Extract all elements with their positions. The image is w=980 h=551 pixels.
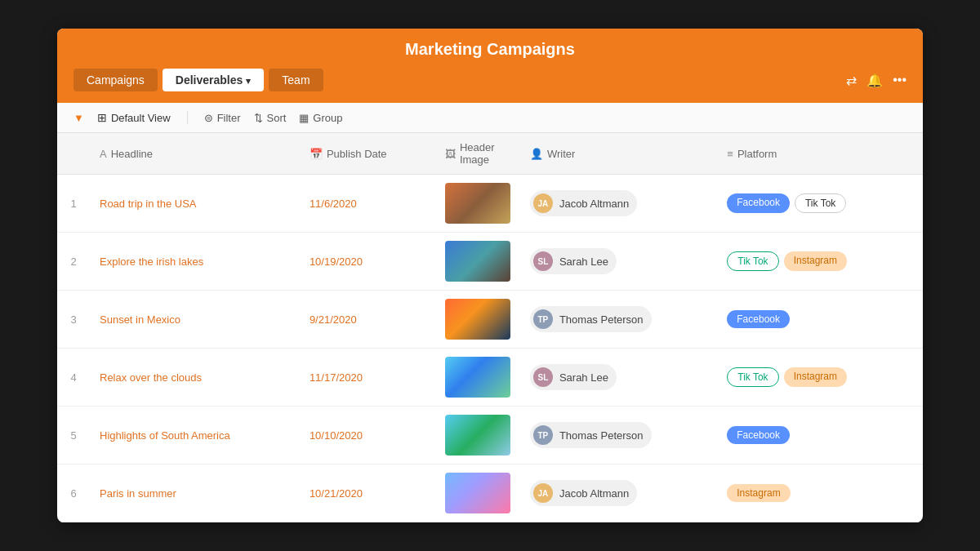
header-image-cell (435, 464, 520, 522)
person-col-icon: 👤 (530, 148, 543, 160)
tab-campaigns[interactable]: Campaigns (74, 69, 158, 91)
headline-cell: Sunset in Mexico (90, 291, 300, 349)
platform-badge: Instagram (784, 367, 847, 387)
writer-name: Sarah Lee (559, 256, 608, 268)
platform-badge: Facebook (727, 310, 790, 328)
list-col-icon: ≡ (727, 148, 733, 160)
writer-cell: JA Jacob Altmann (520, 175, 717, 233)
header: Marketing Campaigns Campaigns Deliverabl… (57, 29, 923, 103)
writer-name: Jacob Altmann (559, 487, 629, 500)
publish-date-cell: 9/21/2020 (300, 291, 435, 349)
avatar: TP (533, 425, 553, 445)
headline-cell: Highlights of South America (90, 407, 300, 464)
toolbar: ▼ ⊞ Default View ⊜ Filter ⇅ Sort ▦ Group (57, 103, 923, 133)
avatar: SL (533, 367, 553, 387)
row-number: 4 (57, 349, 90, 407)
writer-name: Thomas Peterson (559, 429, 644, 442)
table-header-row: A Headline 📅 Publish Date 🖼 Header Image (57, 133, 923, 175)
group-button[interactable]: ▦ Group (299, 112, 342, 124)
header-image-cell (435, 175, 520, 233)
table-row[interactable]: 3 Sunset in Mexico 9/21/2020 TP Thomas P… (57, 291, 923, 349)
platform-badge: Tik Tok (727, 251, 778, 271)
col-num (57, 133, 90, 175)
image-thumbnail (445, 415, 510, 455)
publish-date-cell: 11/17/2020 (300, 349, 435, 407)
group-icon: ▦ (299, 112, 309, 124)
deliverables-table: A Headline 📅 Publish Date 🖼 Header Image (57, 133, 923, 522)
platform-badge: Tik Tok (727, 367, 778, 387)
platform-badge: Facebook (727, 193, 790, 213)
platform-cell: Facebook (717, 291, 923, 349)
platform-badge: Instagram (727, 484, 790, 502)
col-headline: A Headline (90, 133, 300, 175)
writer-cell: TP Thomas Peterson (520, 407, 717, 464)
filter-icon: ⊜ (204, 112, 213, 124)
col-writer: 👤 Writer (520, 133, 717, 175)
tab-deliverables[interactable]: Deliverables (163, 69, 265, 91)
header-image-cell (435, 291, 520, 349)
publish-date-cell: 10/19/2020 (300, 233, 435, 291)
headline-cell: Explore the irish lakes (90, 233, 300, 291)
headline-cell: Road trip in the USA (90, 175, 300, 233)
writer-cell: TP Thomas Peterson (520, 291, 717, 349)
header-actions: ⇄ 🔔 ••• (846, 73, 906, 88)
table-row[interactable]: 1 Road trip in the USA 11/6/2020 JA Jaco… (57, 175, 923, 233)
filter-button[interactable]: ⊜ Filter (204, 112, 241, 124)
header-image-cell (435, 233, 520, 291)
header-image-cell (435, 407, 520, 464)
row-number: 1 (57, 175, 90, 233)
writer-name: Thomas Peterson (559, 313, 644, 326)
image-col-icon: 🖼 (445, 148, 456, 160)
share-icon[interactable]: ⇄ (846, 73, 857, 88)
app-container: Marketing Campaigns Campaigns Deliverabl… (57, 29, 923, 522)
publish-date-cell: 11/6/2020 (300, 175, 435, 233)
publish-date-cell: 10/10/2020 (300, 407, 435, 464)
default-view-selector[interactable]: ⊞ Default View (97, 111, 171, 124)
view-dropdown-arrow[interactable]: ▼ (74, 112, 84, 124)
avatar: SL (533, 251, 553, 271)
row-number: 6 (57, 464, 90, 522)
chevron-down-icon (246, 73, 251, 87)
calendar-col-icon: 📅 (310, 148, 323, 160)
writer-cell: SL Sarah Lee (520, 233, 717, 291)
table-row[interactable]: 2 Explore the irish lakes 10/19/2020 SL … (57, 233, 923, 291)
image-thumbnail (445, 241, 510, 282)
writer-cell: JA Jacob Altmann (520, 464, 717, 522)
writer-name: Jacob Altmann (559, 198, 629, 210)
writer-name: Sarah Lee (559, 371, 608, 384)
headline-cell: Paris in summer (90, 464, 300, 522)
writer-cell: SL Sarah Lee (520, 349, 717, 407)
image-thumbnail (445, 473, 510, 513)
header-nav: Campaigns Deliverables Team ⇄ 🔔 ••• (74, 69, 906, 91)
platform-cell: Facebook (717, 407, 923, 464)
table-row[interactable]: 5 Highlights of South America 10/10/2020… (57, 407, 923, 464)
header-image-cell (435, 349, 520, 407)
avatar: JA (533, 483, 553, 503)
tab-team[interactable]: Team (269, 69, 323, 91)
image-thumbnail (445, 357, 510, 398)
image-thumbnail (445, 299, 510, 340)
bell-icon[interactable]: 🔔 (866, 73, 883, 88)
avatar: JA (533, 193, 553, 213)
sort-button[interactable]: ⇅ Sort (254, 112, 287, 124)
grid-icon: ⊞ (97, 111, 107, 124)
table-row[interactable]: 6 Paris in summer 10/21/2020 JA Jacob Al… (57, 464, 923, 522)
avatar: TP (533, 309, 553, 329)
col-platform: ≡ Platform (717, 133, 923, 175)
app-title: Marketing Campaigns (74, 40, 906, 59)
image-thumbnail (445, 183, 510, 224)
platform-cell: FacebookTik Tok (717, 175, 923, 233)
headline-cell: Relax over the clouds (90, 349, 300, 407)
col-publish-date: 📅 Publish Date (300, 133, 435, 175)
platform-cell: Tik TokInstagram (717, 349, 923, 407)
row-number: 3 (57, 291, 90, 349)
platform-badge: Instagram (784, 251, 847, 271)
publish-date-cell: 10/21/2020 (300, 464, 435, 522)
sort-icon: ⇅ (254, 112, 263, 124)
table-row[interactable]: 4 Relax over the clouds 11/17/2020 SL Sa… (57, 349, 923, 407)
row-number: 2 (57, 233, 90, 291)
platform-cell: Instagram (717, 464, 923, 522)
text-col-icon: A (100, 148, 107, 160)
more-icon[interactable]: ••• (893, 73, 906, 87)
nav-tabs: Campaigns Deliverables Team (74, 69, 323, 91)
